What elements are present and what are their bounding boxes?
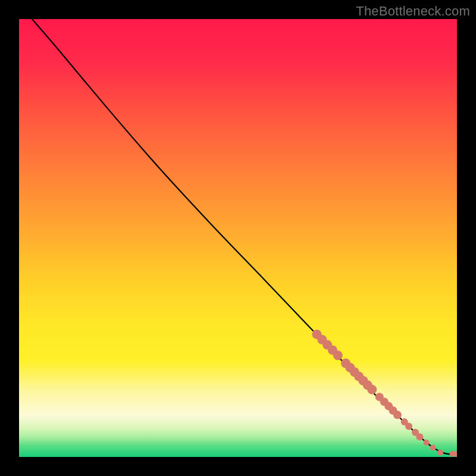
gradient-background — [19, 19, 457, 457]
data-point — [423, 440, 429, 446]
data-point — [333, 350, 343, 360]
data-point — [430, 445, 436, 451]
data-point — [437, 450, 443, 456]
plot-area — [19, 19, 457, 457]
data-point — [416, 433, 423, 440]
data-point — [405, 422, 412, 430]
watermark-text: TheBottleneck.com — [356, 4, 470, 19]
data-point — [393, 411, 402, 419]
chart-svg — [19, 19, 457, 457]
chart-stage: TheBottleneck.com — [0, 0, 476, 476]
data-point — [367, 385, 377, 394]
